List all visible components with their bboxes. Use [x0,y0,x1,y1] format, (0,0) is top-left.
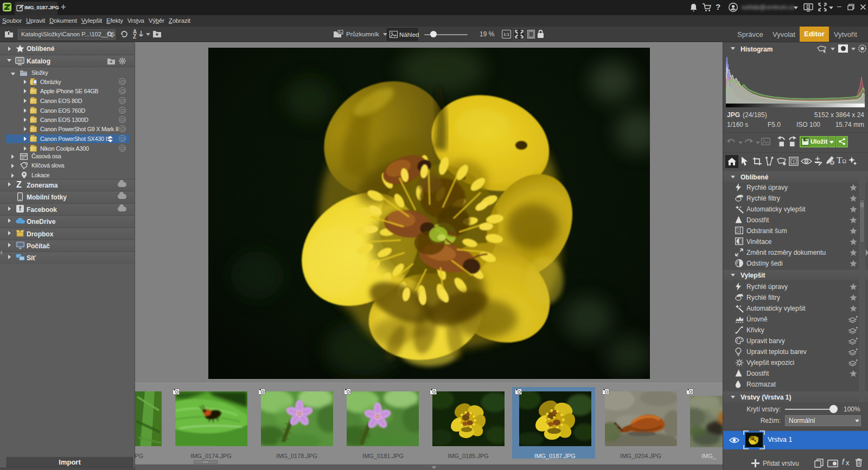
svg-text:1:1: 1:1 [503,32,509,37]
svg-text:T: T [793,159,795,164]
svg-text:U: U [831,162,833,165]
svg-text:2: 2 [807,5,809,9]
